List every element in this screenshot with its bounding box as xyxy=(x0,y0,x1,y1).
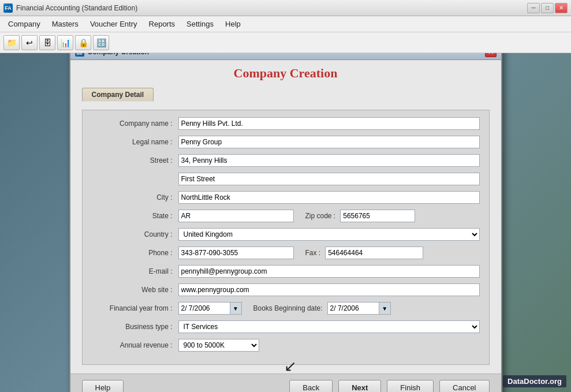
state-zip-row: State : Zip code : xyxy=(92,208,480,223)
country-label: Country : xyxy=(92,230,178,238)
street-row2 xyxy=(92,171,480,186)
toolbar-new-button[interactable]: 📁 xyxy=(3,35,20,50)
toolbar-lock-button[interactable]: 🔒 xyxy=(75,35,91,50)
tab-company-detail[interactable]: Company Detail xyxy=(82,88,154,102)
company-name-label: Company name : xyxy=(92,120,178,128)
toolbar-save-button[interactable]: 🗄 xyxy=(39,35,55,50)
website-input[interactable] xyxy=(178,283,480,296)
cancel-button[interactable]: Cancel xyxy=(439,380,489,392)
window-controls: ─ □ ✕ xyxy=(527,3,568,13)
books-label: Books Beginning date: xyxy=(253,304,323,312)
financial-year-label: Financial year from : xyxy=(92,304,178,312)
fax-input[interactable] xyxy=(325,247,423,259)
toolbar-font-button[interactable]: 🔠 xyxy=(93,35,109,50)
city-input[interactable] xyxy=(178,191,480,204)
street-input-2[interactable] xyxy=(178,173,480,185)
email-label: E-mail : xyxy=(92,267,178,275)
email-input[interactable] xyxy=(178,265,480,278)
financial-year-calendar-button[interactable]: ▼ xyxy=(230,302,242,315)
dialog-heading: Company Creation xyxy=(82,66,490,81)
website-label: Web site : xyxy=(92,286,178,294)
books-calendar-button[interactable]: ▼ xyxy=(379,302,391,315)
state-label: State : xyxy=(92,212,178,220)
zip-input[interactable] xyxy=(340,210,415,222)
legal-name-label: Legal name : xyxy=(92,138,178,146)
zip-label: Zip code : xyxy=(305,212,336,220)
phone-label: Phone : xyxy=(92,249,178,257)
app-icon: FA xyxy=(3,3,13,13)
street-label: Street : xyxy=(92,156,178,165)
phone-fax-row: Phone : Fax : xyxy=(92,245,480,260)
city-row: City : xyxy=(92,190,480,205)
street-input-1[interactable] xyxy=(178,154,480,167)
main-area: 🏢 Company Creation ✕ Company Creation Co… xyxy=(0,53,571,392)
street-row1: Street : xyxy=(92,153,480,168)
toolbar-report-button[interactable]: 📊 xyxy=(57,35,73,50)
company-creation-dialog: 🏢 Company Creation ✕ Company Creation Co… xyxy=(69,43,502,392)
annual-revenue-select[interactable]: 900 to 5000KBelow 100K100K to 500K500K t… xyxy=(178,339,259,352)
help-button[interactable]: Help xyxy=(82,380,124,392)
date-row: Financial year from : ▼ Books Beginning … xyxy=(92,301,480,316)
next-button[interactable]: Next xyxy=(338,380,381,392)
city-label: City : xyxy=(92,193,178,201)
annual-revenue-label: Annual revenue : xyxy=(92,341,178,349)
company-name-row: Company name : xyxy=(92,116,480,131)
toolbar: 📁 ↩ 🗄 📊 🔒 🔠 xyxy=(0,32,571,53)
menu-help[interactable]: Help xyxy=(219,17,247,31)
finish-button[interactable]: Finish xyxy=(387,380,434,392)
legal-name-row: Legal name : xyxy=(92,135,480,150)
maximize-button[interactable]: □ xyxy=(541,3,554,13)
fax-label: Fax : xyxy=(305,249,321,257)
country-row: Country : United KingdomUnited StatesInd… xyxy=(92,227,480,242)
financial-year-group: ▼ xyxy=(178,302,242,315)
email-row: E-mail : xyxy=(92,264,480,279)
annual-revenue-row: Annual revenue : 900 to 5000KBelow 100K1… xyxy=(92,338,480,353)
back-button[interactable]: Back xyxy=(289,380,333,392)
menu-bar: Company Masters Voucher Entry Reports Se… xyxy=(0,16,571,32)
books-date-input[interactable] xyxy=(327,302,379,315)
watermark: DataDoctor.org xyxy=(503,375,566,387)
legal-name-input[interactable] xyxy=(178,136,480,148)
business-type-select[interactable]: IT ServicesManufacturingTradingServicesR… xyxy=(178,320,480,333)
app-title: Financial Accounting (Standard Edition) xyxy=(16,4,527,12)
state-input[interactable] xyxy=(178,210,294,222)
country-select[interactable]: United KingdomUnited StatesIndiaCanadaAu… xyxy=(178,228,480,241)
company-name-input[interactable] xyxy=(178,117,480,130)
toolbar-back-button[interactable]: ↩ xyxy=(21,35,38,50)
title-bar: FA Financial Accounting (Standard Editio… xyxy=(0,0,571,16)
menu-masters[interactable]: Masters xyxy=(46,17,84,31)
dialog-footer: Help Back Next Finish Cancel xyxy=(70,374,501,392)
menu-settings[interactable]: Settings xyxy=(181,17,219,31)
dialog-body: Company Creation Company Detail Company … xyxy=(70,60,501,374)
phone-input[interactable] xyxy=(178,247,294,259)
books-date-group: ▼ xyxy=(327,302,391,315)
business-type-row: Business type : IT ServicesManufacturing… xyxy=(92,319,480,334)
minimize-button[interactable]: ─ xyxy=(527,3,540,13)
tab-strip: Company Detail xyxy=(82,88,490,102)
financial-year-input[interactable] xyxy=(178,302,230,315)
website-row: Web site : xyxy=(92,282,480,297)
menu-reports[interactable]: Reports xyxy=(143,17,181,31)
form-content: Company name : Legal name : Street : xyxy=(82,110,490,365)
close-window-button[interactable]: ✕ xyxy=(555,3,568,13)
menu-company[interactable]: Company xyxy=(2,17,46,31)
business-type-label: Business type : xyxy=(92,323,178,331)
menu-voucher-entry[interactable]: Voucher Entry xyxy=(84,17,143,31)
footer-container: ↙ Help Back Next Finish Cancel xyxy=(70,374,501,392)
